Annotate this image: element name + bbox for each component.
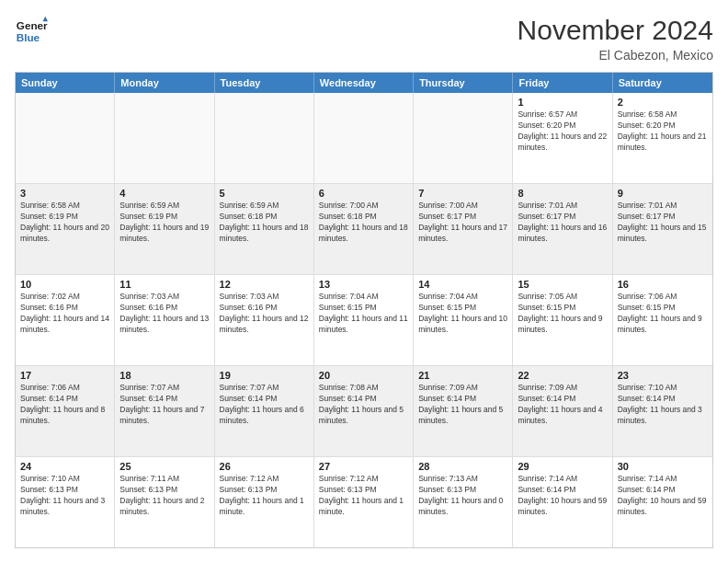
day-info: Sunrise: 7:09 AM Sunset: 6:14 PM Dayligh…: [518, 383, 607, 427]
cal-cell: 17Sunrise: 7:06 AM Sunset: 6:14 PM Dayli…: [16, 366, 115, 456]
day-info: Sunrise: 7:08 AM Sunset: 6:14 PM Dayligh…: [319, 383, 408, 427]
cal-cell: [115, 93, 214, 183]
day-number: 15: [518, 279, 607, 290]
cal-cell: 8Sunrise: 7:01 AM Sunset: 6:17 PM Daylig…: [513, 184, 612, 274]
day-info: Sunrise: 7:14 AM Sunset: 6:14 PM Dayligh…: [518, 474, 607, 518]
cal-cell: 28Sunrise: 7:13 AM Sunset: 6:13 PM Dayli…: [414, 457, 513, 547]
day-number: 21: [418, 370, 507, 381]
cal-cell: 16Sunrise: 7:06 AM Sunset: 6:15 PM Dayli…: [613, 275, 712, 365]
cal-cell: 2Sunrise: 6:58 AM Sunset: 6:20 PM Daylig…: [613, 93, 712, 183]
cal-cell: [16, 93, 115, 183]
calendar-body: 1Sunrise: 6:57 AM Sunset: 6:20 PM Daylig…: [16, 93, 712, 547]
month-title: November 2024: [518, 15, 713, 46]
cal-cell: 29Sunrise: 7:14 AM Sunset: 6:14 PM Dayli…: [513, 457, 612, 547]
cal-cell: 1Sunrise: 6:57 AM Sunset: 6:20 PM Daylig…: [513, 93, 612, 183]
cal-cell: 19Sunrise: 7:07 AM Sunset: 6:14 PM Dayli…: [215, 366, 314, 456]
cal-cell: 24Sunrise: 7:10 AM Sunset: 6:13 PM Dayli…: [16, 457, 115, 547]
day-info: Sunrise: 7:00 AM Sunset: 6:17 PM Dayligh…: [418, 201, 507, 245]
day-number: 22: [518, 370, 607, 381]
day-number: 8: [518, 188, 607, 199]
day-number: 11: [119, 279, 209, 290]
cal-cell: 27Sunrise: 7:12 AM Sunset: 6:13 PM Dayli…: [314, 457, 414, 547]
day-number: 26: [220, 461, 309, 472]
day-number: 9: [618, 188, 708, 199]
cal-cell: 6Sunrise: 7:00 AM Sunset: 6:18 PM Daylig…: [314, 184, 414, 274]
day-info: Sunrise: 7:04 AM Sunset: 6:15 PM Dayligh…: [319, 292, 408, 336]
day-info: Sunrise: 7:10 AM Sunset: 6:14 PM Dayligh…: [618, 383, 708, 427]
day-number: 24: [20, 461, 109, 472]
cal-cell: 4Sunrise: 6:59 AM Sunset: 6:19 PM Daylig…: [115, 184, 214, 274]
day-number: 27: [319, 461, 408, 472]
day-info: Sunrise: 7:00 AM Sunset: 6:18 PM Dayligh…: [319, 201, 408, 245]
day-info: Sunrise: 7:13 AM Sunset: 6:13 PM Dayligh…: [418, 474, 507, 518]
cal-cell: 14Sunrise: 7:04 AM Sunset: 6:15 PM Dayli…: [414, 275, 513, 365]
day-number: 7: [418, 188, 507, 199]
calendar-header-row: Sunday Monday Tuesday Wednesday Thursday…: [16, 73, 712, 93]
day-number: 5: [220, 188, 309, 199]
cal-cell: 30Sunrise: 7:14 AM Sunset: 6:14 PM Dayli…: [613, 457, 712, 547]
cal-cell: 11Sunrise: 7:03 AM Sunset: 6:16 PM Dayli…: [115, 275, 214, 365]
day-info: Sunrise: 7:14 AM Sunset: 6:14 PM Dayligh…: [618, 474, 708, 518]
location-subtitle: El Cabezon, Mexico: [518, 48, 713, 63]
cal-cell: [314, 93, 414, 183]
day-info: Sunrise: 7:06 AM Sunset: 6:15 PM Dayligh…: [618, 292, 708, 336]
day-number: 3: [20, 188, 109, 199]
day-info: Sunrise: 6:58 AM Sunset: 6:20 PM Dayligh…: [618, 109, 708, 154]
day-info: Sunrise: 7:01 AM Sunset: 6:17 PM Dayligh…: [618, 201, 708, 245]
logo-icon: General Blue: [15, 15, 48, 48]
page: General Blue November 2024 El Cabezon, M…: [0, 0, 728, 563]
day-number: 14: [418, 279, 507, 290]
day-info: Sunrise: 7:11 AM Sunset: 6:13 PM Dayligh…: [119, 474, 209, 518]
week-row-1: 3Sunrise: 6:58 AM Sunset: 6:19 PM Daylig…: [16, 184, 712, 275]
cal-cell: 13Sunrise: 7:04 AM Sunset: 6:15 PM Dayli…: [314, 275, 414, 365]
week-row-3: 17Sunrise: 7:06 AM Sunset: 6:14 PM Dayli…: [16, 366, 712, 457]
calendar: Sunday Monday Tuesday Wednesday Thursday…: [15, 72, 713, 548]
cal-cell: [414, 93, 513, 183]
day-info: Sunrise: 7:12 AM Sunset: 6:13 PM Dayligh…: [319, 474, 408, 518]
day-info: Sunrise: 7:06 AM Sunset: 6:14 PM Dayligh…: [20, 383, 109, 427]
day-info: Sunrise: 7:07 AM Sunset: 6:14 PM Dayligh…: [220, 383, 309, 427]
day-number: 29: [518, 461, 607, 472]
cal-cell: 15Sunrise: 7:05 AM Sunset: 6:15 PM Dayli…: [513, 275, 612, 365]
day-info: Sunrise: 7:12 AM Sunset: 6:13 PM Dayligh…: [220, 474, 309, 518]
day-info: Sunrise: 7:03 AM Sunset: 6:16 PM Dayligh…: [220, 292, 309, 336]
cal-cell: 9Sunrise: 7:01 AM Sunset: 6:17 PM Daylig…: [613, 184, 712, 274]
header-saturday: Saturday: [613, 73, 712, 93]
cal-cell: 20Sunrise: 7:08 AM Sunset: 6:14 PM Dayli…: [314, 366, 414, 456]
day-info: Sunrise: 7:05 AM Sunset: 6:15 PM Dayligh…: [518, 292, 607, 336]
header: General Blue November 2024 El Cabezon, M…: [15, 15, 713, 63]
day-info: Sunrise: 7:02 AM Sunset: 6:16 PM Dayligh…: [20, 292, 109, 336]
day-number: 12: [220, 279, 309, 290]
day-info: Sunrise: 6:57 AM Sunset: 6:20 PM Dayligh…: [518, 109, 607, 154]
cal-cell: 7Sunrise: 7:00 AM Sunset: 6:17 PM Daylig…: [414, 184, 513, 274]
day-info: Sunrise: 7:09 AM Sunset: 6:14 PM Dayligh…: [418, 383, 507, 427]
cal-cell: 21Sunrise: 7:09 AM Sunset: 6:14 PM Dayli…: [414, 366, 513, 456]
cal-cell: 12Sunrise: 7:03 AM Sunset: 6:16 PM Dayli…: [215, 275, 314, 365]
title-section: November 2024 El Cabezon, Mexico: [518, 15, 713, 63]
cal-cell: 25Sunrise: 7:11 AM Sunset: 6:13 PM Dayli…: [115, 457, 214, 547]
day-number: 10: [20, 279, 109, 290]
header-wednesday: Wednesday: [314, 73, 414, 93]
day-number: 28: [418, 461, 507, 472]
day-number: 30: [618, 461, 708, 472]
day-number: 20: [319, 370, 408, 381]
cal-cell: [215, 93, 314, 183]
day-info: Sunrise: 6:59 AM Sunset: 6:19 PM Dayligh…: [119, 201, 209, 245]
cal-cell: 18Sunrise: 7:07 AM Sunset: 6:14 PM Dayli…: [115, 366, 214, 456]
day-info: Sunrise: 7:03 AM Sunset: 6:16 PM Dayligh…: [119, 292, 209, 336]
header-monday: Monday: [115, 73, 214, 93]
cal-cell: 10Sunrise: 7:02 AM Sunset: 6:16 PM Dayli…: [16, 275, 115, 365]
cal-cell: 26Sunrise: 7:12 AM Sunset: 6:13 PM Dayli…: [215, 457, 314, 547]
logo: General Blue: [15, 15, 48, 48]
day-number: 16: [618, 279, 708, 290]
day-info: Sunrise: 7:10 AM Sunset: 6:13 PM Dayligh…: [20, 474, 109, 518]
day-info: Sunrise: 7:01 AM Sunset: 6:17 PM Dayligh…: [518, 201, 607, 245]
cal-cell: 23Sunrise: 7:10 AM Sunset: 6:14 PM Dayli…: [613, 366, 712, 456]
day-info: Sunrise: 7:07 AM Sunset: 6:14 PM Dayligh…: [119, 383, 209, 427]
day-number: 18: [119, 370, 209, 381]
day-number: 23: [618, 370, 708, 381]
header-sunday: Sunday: [16, 73, 115, 93]
header-thursday: Thursday: [414, 73, 513, 93]
day-info: Sunrise: 6:59 AM Sunset: 6:18 PM Dayligh…: [220, 201, 309, 245]
header-friday: Friday: [513, 73, 612, 93]
